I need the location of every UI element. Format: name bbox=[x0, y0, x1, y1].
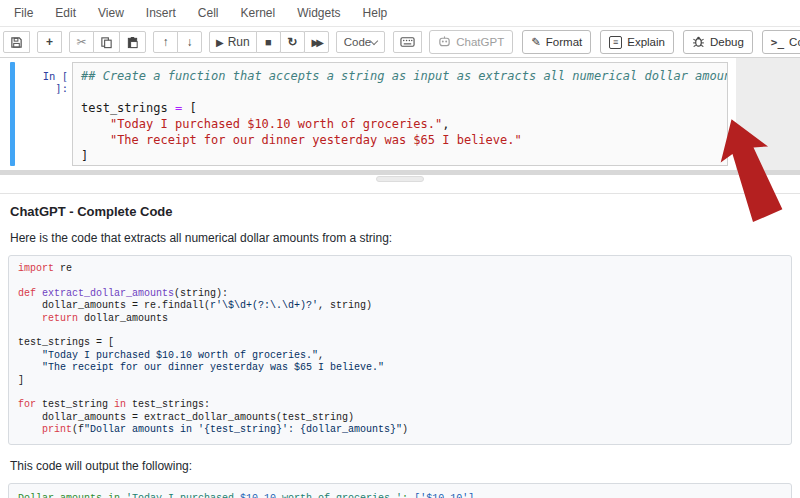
code-line: ] bbox=[81, 148, 719, 164]
terminal-prompt-icon: >_ bbox=[771, 36, 784, 49]
menu-bar: FileEditViewInsertCellKernelWidgetsHelp bbox=[0, 0, 800, 27]
notebook-right-gutter bbox=[736, 58, 800, 170]
panel-intro-text: Here is the code that extracts all numer… bbox=[10, 231, 790, 245]
code-line: return dollar_amounts bbox=[18, 313, 782, 325]
code-line: for test_string in test_strings: bbox=[18, 399, 782, 411]
document-lines-icon: ≡ bbox=[609, 36, 622, 49]
save-icon bbox=[10, 36, 23, 49]
notebook-panel-divider bbox=[0, 170, 800, 194]
code-line: dollar_amounts = re.findall(r'\$\d+(?:\.… bbox=[18, 300, 782, 312]
menu-item-view[interactable]: View bbox=[90, 6, 138, 20]
code-line: test_strings = [ bbox=[81, 100, 719, 116]
format-button[interactable]: ✎ Format bbox=[522, 30, 591, 54]
cell-selection-bar bbox=[10, 62, 15, 166]
code-line: dollar_amounts = extract_dollar_amounts(… bbox=[18, 412, 782, 424]
code-line: def extract_dollar_amounts(string): bbox=[18, 288, 782, 300]
format-label: Format bbox=[546, 36, 582, 48]
paste-icon-button[interactable] bbox=[119, 31, 146, 53]
arrow-up-icon: ↑ bbox=[163, 35, 169, 49]
chatgpt-panel: ChatGPT - Complete Code Here is the code… bbox=[0, 194, 800, 498]
cell-type-dropdown[interactable]: Code bbox=[336, 31, 386, 53]
panel-outro-text: This code will output the following: bbox=[10, 459, 790, 473]
output-code-block: Dollar amounts in 'Today I purchased $10… bbox=[8, 483, 792, 498]
code-line: "The receipt for our dinner yesterday wa… bbox=[81, 132, 719, 148]
explain-button[interactable]: ≡ Explain bbox=[600, 30, 674, 54]
pen-icon: ✎ bbox=[531, 35, 541, 49]
menu-item-help[interactable]: Help bbox=[355, 6, 402, 20]
cut-cell-button[interactable]: ✂ bbox=[69, 31, 94, 53]
code-line bbox=[18, 275, 782, 287]
code-line bbox=[81, 84, 719, 100]
menu-item-cell[interactable]: Cell bbox=[190, 6, 233, 20]
run-label: Run bbox=[228, 35, 250, 49]
fast-forward-icon: ▶▶ bbox=[312, 37, 321, 48]
menu-item-edit[interactable]: Edit bbox=[47, 6, 90, 20]
input-prompt: In [ ]: bbox=[24, 70, 68, 94]
interrupt-kernel-button[interactable]: ■ bbox=[256, 31, 281, 53]
plus-icon: + bbox=[46, 35, 53, 49]
menu-item-insert[interactable]: Insert bbox=[138, 6, 190, 20]
panel-title: ChatGPT - Complete Code bbox=[10, 204, 790, 219]
explain-label: Explain bbox=[627, 36, 665, 48]
debug-label: Debug bbox=[710, 36, 744, 48]
code-line bbox=[18, 387, 782, 399]
code-line: ## Create a function that accepts a stri… bbox=[81, 68, 719, 84]
divider-drag-handle[interactable] bbox=[376, 176, 424, 182]
complete-label: Complete bbox=[789, 36, 800, 48]
clipboard-icon bbox=[126, 36, 139, 49]
code-line: ] bbox=[18, 375, 782, 387]
save-button[interactable] bbox=[3, 31, 30, 53]
code-line: import re bbox=[18, 263, 782, 275]
add-cell-button[interactable]: + bbox=[37, 31, 62, 53]
code-line: Dollar amounts in 'Today I purchased $10… bbox=[18, 491, 782, 498]
keyboard-icon bbox=[400, 36, 415, 48]
code-line bbox=[18, 325, 782, 337]
code-line: test_strings = [ bbox=[18, 337, 782, 349]
run-button[interactable]: ▶ Run bbox=[209, 31, 257, 53]
chatgpt-label: ChatGPT bbox=[456, 36, 504, 48]
menu-item-widgets[interactable]: Widgets bbox=[289, 6, 354, 20]
code-line: print(f"Dollar amounts in '{test_string}… bbox=[18, 424, 782, 436]
debug-button[interactable]: Debug bbox=[683, 30, 753, 54]
toolbar: + ✂ ↑ ↓ ▶ Run ■ bbox=[0, 27, 800, 58]
complete-button[interactable]: >_ Complete bbox=[762, 30, 800, 54]
scissors-icon: ✂ bbox=[76, 35, 86, 49]
bug-icon bbox=[692, 35, 705, 50]
notebook-area: In [ ]: ## Create a function that accept… bbox=[0, 58, 800, 170]
arrow-down-icon: ↓ bbox=[187, 35, 193, 49]
move-cell-up-button[interactable]: ↑ bbox=[153, 31, 178, 53]
restart-kernel-button[interactable]: ↻ bbox=[280, 31, 305, 53]
chevron-down-icon bbox=[370, 36, 378, 44]
stop-icon: ■ bbox=[265, 36, 272, 48]
chatgpt-robot-icon bbox=[438, 35, 451, 50]
completed-code-block: import re def extract_dollar_amounts(str… bbox=[8, 255, 792, 445]
copy-icon bbox=[100, 36, 113, 49]
copy-cell-button[interactable] bbox=[93, 31, 120, 53]
cell-type-value: Code bbox=[344, 36, 372, 48]
menu-item-file[interactable]: File bbox=[6, 6, 47, 20]
command-palette-button[interactable] bbox=[393, 31, 422, 53]
play-icon: ▶ bbox=[216, 37, 224, 48]
code-line: "The receipt for our dinner yesterday wa… bbox=[18, 362, 782, 374]
code-line: "Today I purchased $10.10 worth of groce… bbox=[18, 350, 782, 362]
restart-icon: ↻ bbox=[287, 35, 297, 49]
restart-run-all-button[interactable]: ▶▶ bbox=[304, 31, 329, 53]
move-cell-down-button[interactable]: ↓ bbox=[177, 31, 202, 53]
code-cell-editor[interactable]: ## Create a function that accepts a stri… bbox=[72, 62, 728, 166]
chatgpt-button[interactable]: ChatGPT bbox=[429, 30, 513, 54]
code-line: "Today I purchased $10.10 worth of groce… bbox=[81, 116, 719, 132]
menu-item-kernel[interactable]: Kernel bbox=[233, 6, 290, 20]
